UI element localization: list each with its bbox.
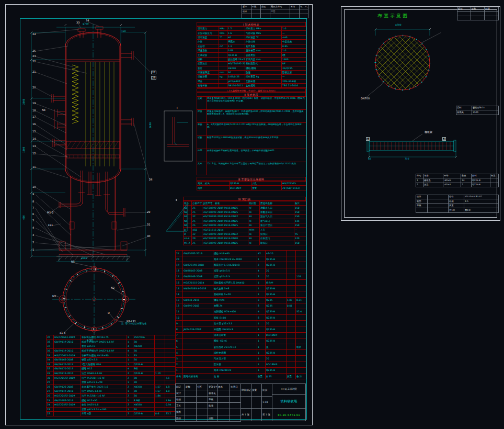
cell: 垫圈 24 (213, 303, 257, 309)
cell: Q235-B (266, 350, 287, 356)
cell: GB/T8163-2008 (54, 357, 81, 362)
cell: 垫片 (197, 66, 219, 70)
cell (287, 326, 296, 332)
layout-diagram-title: 布置示意图 (377, 13, 409, 19)
cell (296, 367, 306, 373)
cell (296, 321, 306, 326)
cell: 1.0 (282, 27, 306, 31)
cell: 焊条 (197, 79, 219, 83)
cell (300, 9, 308, 14)
cell: 工艺 (176, 403, 185, 409)
title-block-scale: 阶段标记质量比例1:10共 1 张第 1 张 (240, 383, 272, 421)
cell: 处数 (251, 5, 261, 9)
cell (155, 353, 165, 358)
cell (183, 350, 213, 356)
cell (261, 14, 270, 18)
revision-table: 标记处数分区更改文件号签名年、月、日设计工艺 (242, 5, 308, 18)
cell: 38 (47, 340, 54, 344)
cell: 螺母 M24 (213, 297, 257, 303)
cell (287, 315, 296, 321)
cell: HG/T20592-2009 PN16 DN32 (202, 214, 248, 219)
cell: 12 (176, 303, 183, 309)
cell (251, 396, 262, 409)
cell: 150 (294, 210, 306, 214)
cell: 17 (176, 274, 183, 279)
cell (183, 291, 213, 297)
cell: 分区 (261, 5, 270, 9)
cell: 1 (127, 398, 133, 403)
cell (296, 338, 306, 344)
cell: 50 (227, 70, 245, 74)
cell: 审核 (208, 397, 217, 403)
cell (287, 338, 296, 344)
cell: HG/T20592-2009 PN16 DN25 (202, 210, 248, 214)
cell: 操作压力 MPa (245, 27, 282, 31)
cell: 总则 (197, 97, 207, 110)
cell (290, 14, 300, 18)
cell (242, 14, 251, 18)
cell: 尾气出口 (260, 219, 294, 223)
layout-diagram-drawing (344, 9, 496, 217)
cell: 更改文件号 (208, 384, 217, 390)
cell: 排净口 (260, 232, 294, 236)
cell: 密封面型式 (245, 62, 282, 66)
cell: 0.65/0.35 (227, 75, 245, 79)
cell: 150 (294, 223, 306, 227)
cell: 监察规程 (245, 84, 282, 88)
cell: 焊接采用电弧焊，碳钢焊条J427、不锈钢焊条A302；焊缝结构按GB/T985.… (207, 110, 306, 123)
cell: 0Cr18Ni9 (266, 332, 287, 338)
cell: 0.21 (296, 297, 306, 303)
vessel-elevation-drawing (20, 20, 196, 266)
cell: 数量 (257, 373, 266, 379)
cell (54, 380, 81, 385)
cell: 8 (257, 303, 266, 309)
cell (217, 415, 230, 422)
cell: 阶段标记 (241, 384, 251, 397)
cell (219, 79, 227, 83)
cell (296, 268, 306, 274)
cell (155, 398, 165, 403)
cell: 20% RT-Ⅲ级 (282, 79, 306, 83)
cell (183, 362, 213, 367)
cell: 1 (257, 332, 266, 338)
cell (219, 53, 227, 57)
cell: 1 (127, 389, 133, 394)
cell (155, 367, 165, 371)
cell: Q235-B (266, 256, 287, 262)
cell: 7.1 (165, 376, 176, 380)
cell: 设计压力 (197, 27, 219, 31)
cell: 16 (176, 279, 183, 285)
cell: 1.0 (282, 48, 306, 52)
cell: 1.3 (227, 44, 245, 48)
cell: 液位计接口 (260, 223, 294, 227)
cell: 95 (294, 232, 306, 236)
cell (54, 344, 81, 349)
cell: 设计 (176, 390, 185, 397)
cell: 4 (257, 268, 266, 274)
cell: 描图 (176, 409, 185, 415)
cell: — (282, 31, 306, 35)
cell: 制造检验 (197, 84, 219, 88)
cell: 23.7 (165, 412, 176, 416)
cell: — (282, 75, 306, 79)
cell: 40 (227, 35, 245, 39)
cell (155, 344, 165, 349)
cell: J427/A302 (227, 79, 245, 83)
cell: HG/T20592-2009 PN16 DN32 (202, 232, 248, 236)
cell (219, 84, 227, 88)
cell: 填料 (197, 57, 219, 61)
cell (296, 291, 306, 297)
cell: 比例 (262, 384, 272, 397)
cell: 1 (257, 367, 266, 373)
cell: 防腐 (245, 70, 282, 74)
cell: 其他 (197, 162, 207, 175)
cell: 年、月、日 (300, 5, 308, 9)
cell: 15 (176, 286, 183, 291)
cell: 1.8 (165, 385, 176, 389)
cell (287, 332, 296, 338)
cell: 1型六角螺母 M16 (81, 362, 127, 367)
cell: 筒体 DN700×8 (213, 367, 257, 373)
cell: 备 注 (296, 373, 306, 379)
cell (296, 256, 306, 262)
cell: 52.4 (296, 309, 306, 314)
